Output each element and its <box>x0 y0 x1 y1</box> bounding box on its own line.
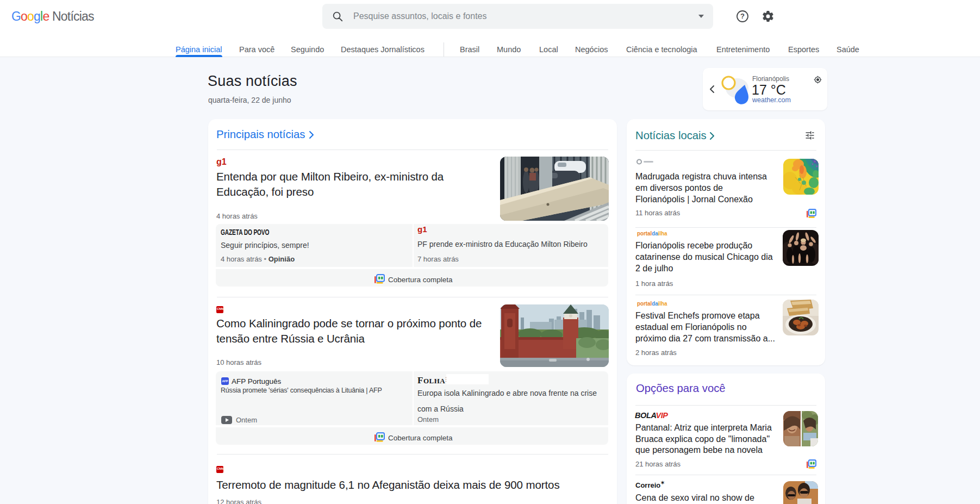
svg-text:?: ? <box>740 12 745 20</box>
